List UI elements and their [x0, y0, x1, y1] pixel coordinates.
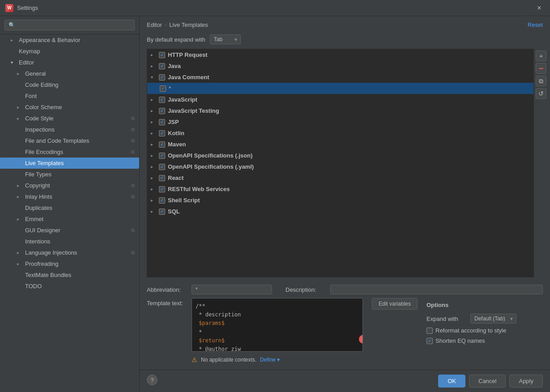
expand-with-select[interactable]: Tab Enter Space	[210, 34, 241, 44]
sidebar-item-proofreading[interactable]: ▸Proofreading	[0, 258, 139, 269]
expand-with-option-select[interactable]: Default (Tab) Tab Enter Space	[470, 314, 516, 324]
remove-button[interactable]: −	[536, 63, 546, 74]
template-text-area[interactable]: /** * description $params$ * $return$ 2	[192, 298, 363, 352]
sidebar-item-inlay-hints[interactable]: ▸Inlay Hints⧉	[0, 191, 139, 202]
ok-button[interactable]: OK	[438, 375, 465, 388]
group-checkbox-shell-script[interactable]	[159, 197, 165, 204]
sidebar-item-code-editing[interactable]: Code Editing	[0, 79, 139, 90]
breadcrumb-current: Live Templates	[169, 21, 208, 28]
group-checkbox-jsp[interactable]	[159, 119, 165, 125]
sidebar-item-intentions[interactable]: Intentions	[0, 236, 139, 247]
sidebar-item-file-and-code-templates[interactable]: File and Code Templates⧉	[0, 135, 139, 146]
sidebar-item-file-types[interactable]: File Types	[0, 169, 139, 180]
sidebar-item-font[interactable]: Font	[0, 90, 139, 102]
restore-button[interactable]: ↺	[536, 88, 546, 99]
cancel-button[interactable]: Cancel	[469, 375, 506, 388]
search-box	[0, 16, 139, 34]
template-group-row-javascript[interactable]: ▸JavaScript	[147, 94, 533, 105]
chevron-icon-general: ▸	[17, 71, 22, 76]
expand-with-option-row: Expand with Default (Tab) Tab Enter Spac…	[426, 314, 543, 324]
group-checkbox-sql[interactable]	[159, 209, 165, 215]
template-group-row-java-comment[interactable]: ▾Java Comment	[147, 72, 533, 83]
reset-button[interactable]: Reset	[528, 21, 543, 28]
sidebar-item-general[interactable]: ▸General	[0, 68, 139, 79]
reformat-checkbox[interactable]	[426, 328, 433, 334]
sidebar-label-emmet: Emmet	[25, 216, 135, 222]
sidebar-label-appearance: Appearance & Behavior	[19, 37, 135, 43]
sidebar-item-live-templates[interactable]: Live Templates	[0, 158, 139, 169]
group-checkbox-react[interactable]	[159, 175, 165, 181]
edit-variables-button[interactable]: Edit variables	[372, 298, 418, 310]
copy-icon-code-style: ⧉	[131, 115, 135, 121]
sidebar-item-todo[interactable]: TODO	[0, 281, 139, 292]
sidebar-label-textmate-bundles: TextMate Bundles	[25, 272, 135, 278]
sidebar-label-color-scheme: Color Scheme	[25, 104, 135, 111]
apply-button[interactable]: Apply	[509, 375, 543, 388]
item-checkbox-star[interactable]	[160, 85, 166, 92]
group-checkbox-openapi-yaml[interactable]	[159, 164, 165, 170]
expand-with-select-wrapper: Tab Enter Space ▼	[210, 34, 241, 44]
sidebar-item-textmate-bundles[interactable]: TextMate Bundles	[0, 269, 139, 281]
group-checkbox-java[interactable]	[159, 63, 165, 69]
search-input[interactable]	[4, 20, 135, 30]
group-chevron-icon-react: ▸	[151, 175, 156, 180]
sidebar-label-todo: TODO	[25, 283, 135, 290]
group-name-openapi-yaml: OpenAPI Specifications (.yaml)	[168, 163, 254, 170]
breadcrumb-parent: Editor	[147, 21, 162, 28]
abbreviation-input[interactable]	[192, 285, 272, 294]
template-group-row-restful[interactable]: ▸RESTful Web Services	[147, 183, 533, 195]
restore-icon: ↺	[538, 90, 544, 97]
breadcrumb: Editor › Live Templates	[147, 21, 208, 28]
group-checkbox-java-comment[interactable]	[159, 74, 165, 81]
group-checkbox-javascript-testing[interactable]	[159, 108, 165, 114]
reformat-option-row: Reformat according to style	[426, 327, 543, 334]
sidebar-label-font: Font	[25, 93, 135, 99]
group-name-java-comment: Java Comment	[168, 74, 209, 81]
sidebar-item-code-style[interactable]: ▸Code Style⧉	[0, 113, 139, 124]
group-checkbox-restful[interactable]	[159, 186, 165, 192]
help-button[interactable]: ?	[147, 375, 158, 385]
sidebar-item-file-encodings[interactable]: File Encodings⧉	[0, 146, 139, 158]
sidebar-item-emmet[interactable]: ▸Emmet	[0, 213, 139, 225]
template-group-row-shell-script[interactable]: ▸Shell Script	[147, 195, 533, 206]
sidebar-item-copyright[interactable]: ▸Copyright⧉	[0, 180, 139, 191]
title-bar: W Settings ×	[0, 0, 550, 16]
template-item-star[interactable]: *	[147, 83, 533, 94]
define-link[interactable]: Define ▾	[260, 357, 280, 363]
close-button[interactable]: ×	[534, 3, 545, 13]
sidebar-item-keymap[interactable]: Keymap	[0, 46, 139, 57]
group-checkbox-http-request[interactable]	[159, 52, 165, 58]
group-checkbox-javascript[interactable]	[159, 97, 165, 103]
template-group-row-openapi-json[interactable]: ▸OpenAPI Specifications (.json)	[147, 150, 533, 161]
sidebar-item-inspections[interactable]: Inspections⧉	[0, 124, 139, 135]
group-checkbox-maven[interactable]	[159, 141, 165, 148]
copy-button[interactable]: ⧉	[536, 76, 546, 86]
template-group-row-react[interactable]: ▸React	[147, 172, 533, 183]
sidebar-item-appearance[interactable]: ▸Appearance & Behavior	[0, 34, 139, 46]
code-line-4: *	[196, 328, 359, 337]
template-group-row-openapi-yaml[interactable]: ▸OpenAPI Specifications (.yaml)	[147, 161, 533, 172]
template-group-javascript: ▸JavaScript	[147, 94, 533, 105]
description-input[interactable]	[330, 285, 543, 294]
add-button[interactable]: +	[536, 51, 546, 61]
template-group-row-maven[interactable]: ▸Maven	[147, 139, 533, 150]
templates-panel: ▸HTTP Request▸Java▾Java Comment*▸JavaScr…	[140, 49, 550, 277]
template-group-row-http-request[interactable]: ▸HTTP Request	[147, 49, 533, 60]
group-checkbox-openapi-json[interactable]	[159, 153, 165, 159]
sidebar-item-gui-designer[interactable]: GUI Designer⧉	[0, 225, 139, 236]
sidebar-item-editor[interactable]: ▾Editor	[0, 57, 139, 68]
shorten-checkbox[interactable]	[426, 338, 433, 344]
template-group-row-java[interactable]: ▸Java	[147, 60, 533, 72]
group-checkbox-kotlin[interactable]	[159, 130, 165, 136]
template-group-row-jsp[interactable]: ▸JSP	[147, 116, 533, 128]
sidebar-item-duplicates[interactable]: Duplicates	[0, 202, 139, 213]
code-line-3: $params$	[196, 319, 359, 328]
copy-icon-inlay-hints: ⧉	[131, 194, 135, 200]
sidebar-item-color-scheme[interactable]: ▸Color Scheme	[0, 102, 139, 113]
template-group-row-sql[interactable]: ▸SQL	[147, 206, 533, 217]
template-group-row-javascript-testing[interactable]: ▸JavaScript Testing	[147, 105, 533, 116]
sidebar-item-language-injections[interactable]: ▸Language Injections⧉	[0, 247, 139, 258]
template-group-row-kotlin[interactable]: ▸Kotlin	[147, 128, 533, 139]
sidebar-label-keymap: Keymap	[19, 48, 135, 55]
sidebar-label-gui-designer: GUI Designer	[25, 227, 128, 234]
